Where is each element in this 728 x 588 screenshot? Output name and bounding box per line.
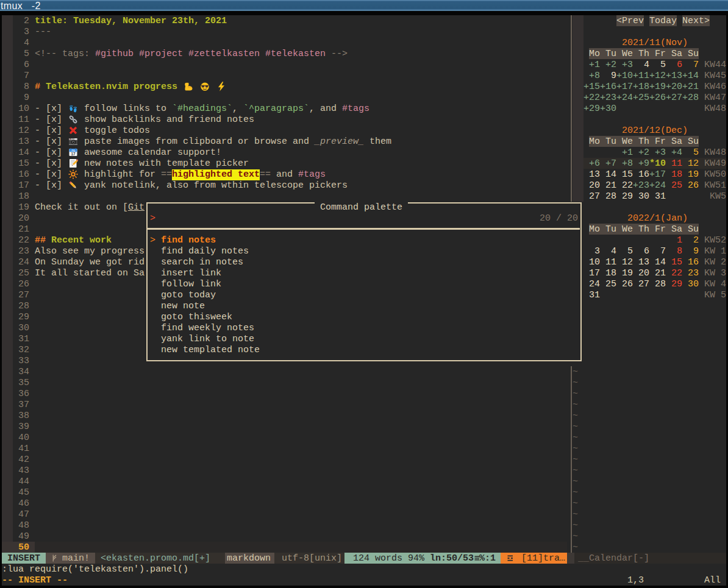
svg-text:17: 17 [71, 152, 76, 156]
